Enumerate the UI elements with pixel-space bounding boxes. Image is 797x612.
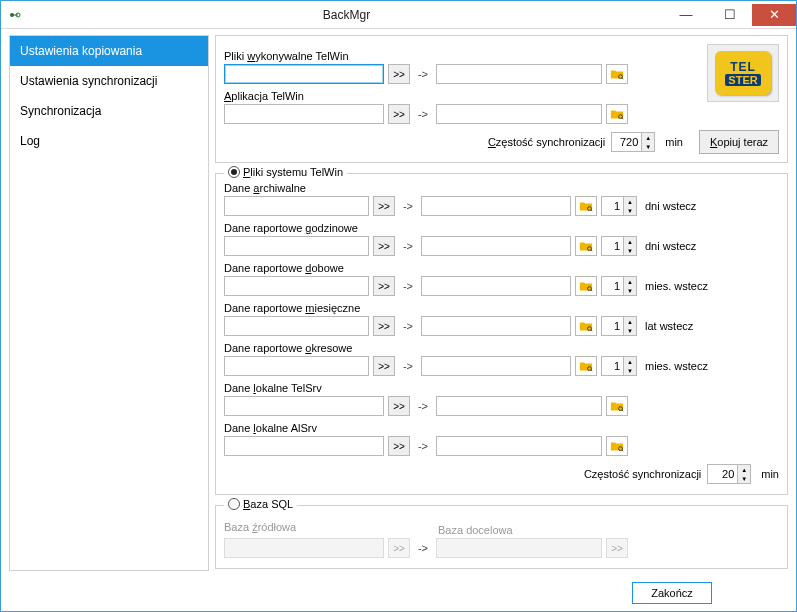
sys-source-input[interactable]	[224, 236, 369, 256]
sys-item-label: Dane raportowe dobowe	[224, 262, 779, 274]
sys-source-dropdown[interactable]: >>	[373, 316, 395, 336]
exec-dest-browse[interactable]	[606, 64, 628, 84]
sys-unit: dni wstecz	[645, 240, 696, 252]
sys-source-dropdown[interactable]: >>	[388, 396, 410, 416]
sys-unit: mies. wstecz	[645, 280, 708, 292]
spin-down-icon[interactable]: ▼	[624, 286, 636, 295]
sys-source-dropdown[interactable]: >>	[373, 276, 395, 296]
spin-down-icon[interactable]: ▼	[738, 474, 750, 483]
sys-source-dropdown[interactable]: >>	[388, 436, 410, 456]
spin-up-icon[interactable]: ▲	[624, 277, 636, 286]
sidebar-item-copy-settings[interactable]: Ustawienia kopiowania	[10, 36, 208, 66]
sys-dest-browse[interactable]	[575, 196, 597, 216]
sys-dest-input[interactable]	[421, 276, 571, 296]
executables-group: TEL STER Kopiuj teraz Pliki wykonywalne …	[215, 35, 788, 163]
app-icon	[1, 8, 29, 22]
arrow-icon: ->	[414, 68, 432, 80]
spin-up-icon[interactable]: ▲	[624, 357, 636, 366]
arrow-icon: ->	[414, 440, 432, 452]
spin-up-icon[interactable]: ▲	[642, 133, 654, 142]
sys-dest-browse[interactable]	[575, 276, 597, 296]
copy-now-button[interactable]: Kopiuj teraz	[699, 130, 779, 154]
close-app-button[interactable]: Zakończ	[632, 582, 712, 604]
top-freq-label: Częstość synchronizacji	[488, 136, 605, 148]
app-dest-browse[interactable]	[606, 104, 628, 124]
exec-dest-input[interactable]	[436, 64, 602, 84]
sql-title: Baza SQL	[243, 498, 293, 510]
sys-unit: dni wstecz	[645, 200, 696, 212]
sys-dest-input[interactable]	[436, 396, 602, 416]
sys-freq-label: Częstość synchronizacji	[584, 468, 701, 480]
sys-item-label: Dane raportowe okresowe	[224, 342, 779, 354]
sys-dest-browse[interactable]	[575, 316, 597, 336]
minimize-button[interactable]: —	[664, 4, 708, 26]
sys-freq-spinner[interactable]: ▲▼	[707, 464, 751, 484]
sys-dest-input[interactable]	[421, 196, 571, 216]
close-button[interactable]: ✕	[752, 4, 796, 26]
sys-source-input[interactable]	[224, 396, 384, 416]
sys-source-input[interactable]	[224, 196, 369, 216]
sys-source-input[interactable]	[224, 316, 369, 336]
app-label: Aplikacja TelWin	[224, 90, 779, 102]
app-source-dropdown[interactable]: >>	[388, 104, 410, 124]
app-dest-input[interactable]	[436, 104, 602, 124]
titlebar: BackMgr — ☐ ✕	[1, 1, 796, 29]
maximize-button[interactable]: ☐	[708, 4, 752, 26]
footer: Zakończ	[1, 575, 796, 611]
arrow-icon: ->	[399, 320, 417, 332]
exec-label: Pliki wykonywalne TelWin	[224, 50, 779, 62]
spin-down-icon[interactable]: ▼	[624, 206, 636, 215]
sys-source-input[interactable]	[224, 436, 384, 456]
sys-source-input[interactable]	[224, 356, 369, 376]
sql-source-dropdown: >>	[388, 538, 410, 558]
sidebar-item-log[interactable]: Log	[10, 126, 208, 156]
sys-dest-browse[interactable]	[606, 436, 628, 456]
sys-dest-browse[interactable]	[575, 356, 597, 376]
exec-source-input[interactable]	[224, 64, 384, 84]
arrow-icon: ->	[399, 280, 417, 292]
sidebar-item-sync[interactable]: Synchronizacja	[10, 96, 208, 126]
sys-item-label: Dane raportowe godzinowe	[224, 222, 779, 234]
sql-group: Baza SQL Baza źródłowa Baza docelowa >> …	[215, 505, 788, 569]
spin-up-icon[interactable]: ▲	[624, 197, 636, 206]
sys-source-dropdown[interactable]: >>	[373, 236, 395, 256]
sys-num-spinner[interactable]: ▲▼	[601, 276, 637, 296]
sys-dest-browse[interactable]	[575, 236, 597, 256]
sys-num-spinner[interactable]: ▲▼	[601, 236, 637, 256]
system-files-radio[interactable]	[228, 166, 240, 178]
sys-dest-input[interactable]	[421, 236, 571, 256]
arrow-icon: ->	[399, 240, 417, 252]
exec-source-dropdown[interactable]: >>	[388, 64, 410, 84]
sys-num-spinner[interactable]: ▲▼	[601, 196, 637, 216]
arrow-icon: ->	[414, 542, 432, 554]
sys-dest-input[interactable]	[421, 316, 571, 336]
sys-dest-input[interactable]	[421, 356, 571, 376]
sys-item-label: Dane lokalne TelSrv	[224, 382, 779, 394]
app-source-input[interactable]	[224, 104, 384, 124]
sys-source-input[interactable]	[224, 276, 369, 296]
top-freq-spinner[interactable]: ▲▼	[611, 132, 655, 152]
sys-unit: lat wstecz	[645, 320, 693, 332]
system-files-group: Pliki systemu TelWin Dane archiwalne>>->…	[215, 173, 788, 495]
sys-dest-input[interactable]	[436, 436, 602, 456]
spin-up-icon[interactable]: ▲	[738, 465, 750, 474]
sys-item-label: Dane raportowe miesięczne	[224, 302, 779, 314]
spin-down-icon[interactable]: ▼	[624, 246, 636, 255]
sys-num-spinner[interactable]: ▲▼	[601, 316, 637, 336]
app-window: BackMgr — ☐ ✕ Ustawienia kopiowania Usta…	[0, 0, 797, 612]
sys-source-dropdown[interactable]: >>	[373, 356, 395, 376]
arrow-icon: ->	[414, 400, 432, 412]
window-controls: — ☐ ✕	[664, 4, 796, 26]
system-files-title: Pliki systemu TelWin	[243, 166, 343, 178]
sidebar: Ustawienia kopiowania Ustawienia synchro…	[9, 35, 209, 571]
sidebar-item-sync-settings[interactable]: Ustawienia synchronizacji	[10, 66, 208, 96]
sys-source-dropdown[interactable]: >>	[373, 196, 395, 216]
spin-down-icon[interactable]: ▼	[624, 326, 636, 335]
spin-down-icon[interactable]: ▼	[642, 142, 654, 151]
sys-num-spinner[interactable]: ▲▼	[601, 356, 637, 376]
sql-radio[interactable]	[228, 498, 240, 510]
sys-dest-browse[interactable]	[606, 396, 628, 416]
spin-down-icon[interactable]: ▼	[624, 366, 636, 375]
spin-up-icon[interactable]: ▲	[624, 237, 636, 246]
spin-up-icon[interactable]: ▲	[624, 317, 636, 326]
